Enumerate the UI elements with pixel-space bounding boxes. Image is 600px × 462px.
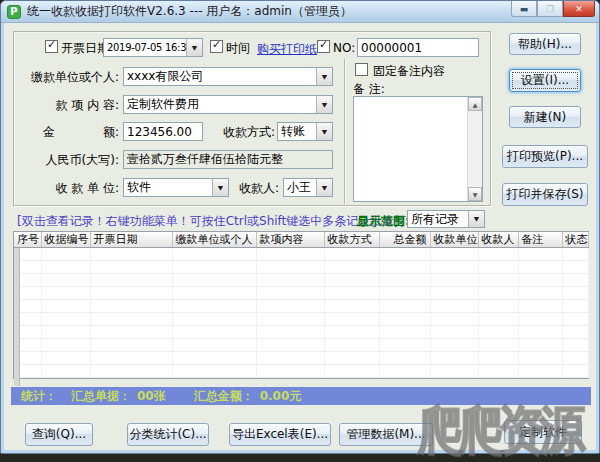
method-value: 转账 (278, 123, 316, 140)
remark-scrollbar[interactable]: ▲ ▼ (467, 97, 482, 201)
table-row[interactable] (14, 261, 588, 274)
table-cell (90, 261, 172, 274)
export-excel-button[interactable]: 导出Excel表(E)... (229, 423, 331, 446)
print-preview-button[interactable]: 打印预览(P)... (502, 145, 588, 168)
table-cell (41, 287, 90, 300)
table-cell (478, 352, 518, 365)
invoice-date-checkbox[interactable]: ✓ (45, 40, 58, 53)
table-cell (518, 326, 562, 339)
table-cell (430, 274, 478, 287)
payee-unit-label: 收 款 单 位: (27, 181, 119, 195)
table-cell (90, 287, 172, 300)
time-checkbox[interactable]: ✓ (210, 40, 223, 53)
scroll-down-icon[interactable]: ▼ (468, 187, 482, 201)
table-cell (562, 326, 588, 339)
records-table[interactable]: 序号 收据编号 开票日期 缴款单位或个人 款项内容 收款方式 总金额 收款单位 … (13, 231, 589, 379)
table-cell (172, 326, 256, 339)
item-dropdown-button[interactable]: ▼ (316, 96, 332, 113)
table-cell (172, 274, 256, 287)
table-cell (172, 339, 256, 352)
column-header[interactable]: 收款人 (478, 232, 518, 248)
payer-dropdown-button[interactable]: ▼ (316, 68, 332, 85)
table-cell (478, 261, 518, 274)
table-cell (90, 300, 172, 313)
column-header[interactable]: 款项内容 (256, 232, 324, 248)
table-cell (430, 300, 478, 313)
stats-amount-value: 0.00元 (260, 388, 302, 405)
payee-unit-dropdown-button[interactable]: ▼ (212, 179, 228, 196)
invoice-date-combo[interactable]: 2019-07-05 16:39:48 ▼ (103, 38, 203, 57)
table-cell (379, 300, 430, 313)
table-cell (430, 287, 478, 300)
payee-dropdown-button[interactable]: ▼ (316, 179, 332, 196)
column-header[interactable]: 缴款单位或个人 (172, 232, 256, 248)
table-row[interactable] (14, 339, 588, 352)
display-range-label: 显示范围: (357, 213, 410, 230)
table-cell (478, 313, 518, 326)
check-icon: ✓ (47, 38, 56, 51)
table-cell (256, 313, 324, 326)
minimize-button[interactable]: ▬ (511, 1, 537, 17)
table-row[interactable] (14, 300, 588, 313)
table-cell (562, 274, 588, 287)
amount-input[interactable] (123, 122, 203, 141)
table-cell (90, 352, 172, 365)
table-cell (172, 365, 256, 378)
column-header[interactable]: 收款单位 (430, 232, 478, 248)
close-icon: ✕ (575, 4, 583, 14)
print-save-button[interactable]: 打印并保存(S) (502, 183, 588, 206)
table-row[interactable] (14, 365, 588, 378)
app-icon: P (7, 5, 21, 19)
column-header[interactable]: 开票日期 (90, 232, 172, 248)
display-range-combo[interactable]: 所有记录 ▼ (407, 210, 485, 228)
table-row[interactable] (14, 313, 588, 326)
method-combo[interactable]: 转账 ▼ (277, 122, 333, 141)
column-header[interactable]: 收款方式 (324, 232, 379, 248)
chevron-down-icon: ▼ (322, 128, 327, 135)
payee-combo[interactable]: 小王 ▼ (283, 178, 333, 197)
table-cell (562, 248, 588, 261)
window-title: 统一收款收据打印软件V2.6.3 --- 用户名：admin（管理员） (27, 3, 352, 20)
method-dropdown-button[interactable]: ▼ (316, 123, 332, 140)
table-cell (562, 287, 588, 300)
settings-button[interactable]: 设置(I)... (509, 69, 581, 92)
column-header[interactable]: 备注 (518, 232, 562, 248)
maximize-button[interactable]: ❐ (537, 1, 563, 17)
category-stats-button[interactable]: 分类统计(C)... (127, 423, 209, 446)
invoice-date-dropdown-button[interactable]: ▼ (186, 39, 202, 56)
column-header[interactable]: 状态 (562, 232, 588, 248)
table-cell (430, 365, 478, 378)
table-row[interactable] (14, 248, 588, 261)
table-cell (256, 248, 324, 261)
table-cell (379, 326, 430, 339)
table-row[interactable] (14, 352, 588, 365)
column-header[interactable]: 序号 (14, 232, 41, 248)
table-cell (478, 287, 518, 300)
buy-paper-link[interactable]: 购买打印纸 (257, 41, 317, 58)
column-header[interactable]: 总金额 (379, 232, 430, 248)
column-header[interactable]: 收据编号 (41, 232, 90, 248)
help-button[interactable]: 帮助(H)... (509, 33, 581, 55)
table-cell (324, 248, 379, 261)
table-cell (478, 248, 518, 261)
scroll-up-icon[interactable]: ▲ (468, 97, 482, 111)
title-bar[interactable]: P 统一收款收据打印软件V2.6.3 --- 用户名：admin（管理员） ▬ … (1, 1, 599, 23)
no-checkbox[interactable]: ✓ (317, 40, 330, 53)
payer-combo[interactable]: xxxx有限公司 ▼ (123, 67, 333, 86)
query-button[interactable]: 查询(Q)... (25, 423, 93, 446)
table-row[interactable] (14, 326, 588, 339)
fixed-remark-checkbox[interactable] (355, 63, 368, 76)
item-value: 定制软件费用 (124, 96, 316, 113)
item-combo[interactable]: 定制软件费用 ▼ (123, 95, 333, 114)
table-cell (41, 352, 90, 365)
no-input[interactable] (357, 38, 479, 57)
table-row[interactable] (14, 287, 588, 300)
new-button[interactable]: 新建(N) (509, 106, 581, 128)
close-button[interactable]: ✕ (563, 1, 595, 17)
remark-textarea[interactable]: ▲ ▼ (353, 96, 483, 202)
table-cell (518, 339, 562, 352)
table-row[interactable] (14, 274, 588, 287)
payee-unit-combo[interactable]: 软件 ▼ (123, 178, 229, 197)
table-cell (41, 274, 90, 287)
display-range-dropdown-button[interactable]: ▼ (468, 211, 484, 227)
